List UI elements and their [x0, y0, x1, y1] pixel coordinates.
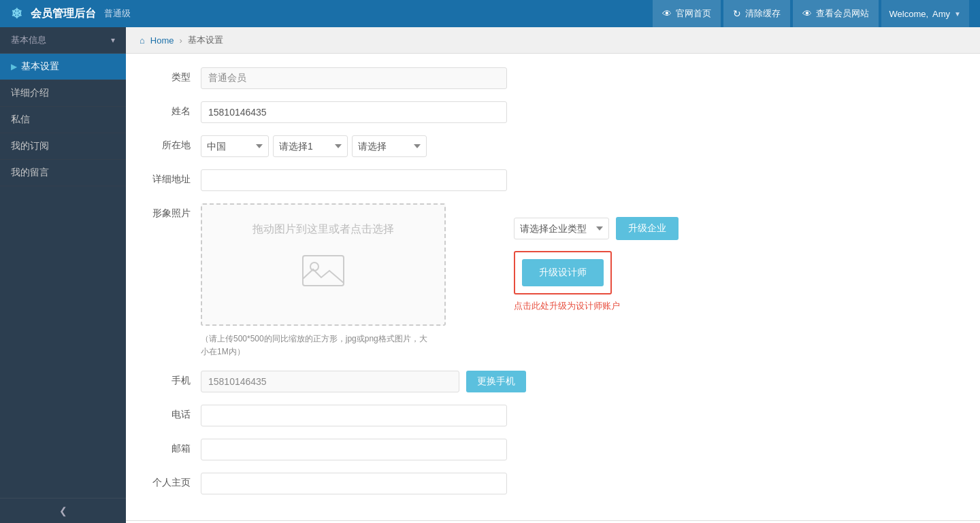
refresh-icon: ↻ — [733, 8, 741, 19]
logo-icon: ❄ — [11, 5, 22, 22]
location-selects: 中国 请选择1 请选择 — [201, 135, 427, 157]
sidebar-item-label: 我的订阅 — [11, 140, 49, 152]
view-member-site-btn[interactable]: 👁 查看会员网站 — [793, 0, 879, 27]
breadcrumb-separator: › — [180, 35, 182, 46]
tel-label: 电话 — [146, 405, 201, 421]
upgrade-designer-btn[interactable]: 升级设计师 — [522, 259, 604, 286]
collapse-icon: ❮ — [59, 505, 67, 516]
main-layout: 基本信息 ▾ ▶ 基本设置 详细介绍 私信 我的订阅 我的留言 ❮ ⌂ Home… — [0, 27, 980, 523]
app-branding: ❄ 会员管理后台 普通级 — [11, 5, 131, 22]
active-indicator-icon: ▶ — [11, 62, 17, 71]
phone-input — [201, 371, 459, 392]
sidebar-section-header: 基本信息 ▾ — [0, 27, 126, 54]
address-input[interactable] — [201, 169, 507, 191]
form-row-photo: 形象照片 拖动图片到这里或者点击选择 — [146, 203, 960, 358]
home-icon: ⌂ — [140, 35, 145, 46]
photo-upload-column: 拖动图片到这里或者点击选择 （请上传500*500的同比缩放的正方形，jpg或p… — [201, 203, 446, 358]
email-label: 邮箱 — [146, 439, 201, 455]
sidebar-item-label: 我的留言 — [11, 167, 49, 179]
form-row-tel: 电话 — [146, 405, 960, 426]
upgrade-enterprise-btn[interactable]: 升级企业 — [616, 217, 679, 240]
breadcrumb: ⌂ Home › 基本设置 — [126, 27, 980, 54]
form-container: 类型 姓名 所在地 中国 请选择1 请选择 — [126, 54, 980, 520]
tel-input[interactable] — [201, 405, 507, 426]
city-select[interactable]: 请选择 — [352, 135, 427, 157]
upload-hint-text: （请上传500*500的同比缩放的正方形，jpg或png格式图片，大小在1M内） — [201, 333, 432, 358]
name-input[interactable] — [201, 101, 507, 123]
form-row-phone: 手机 更换手机 — [146, 371, 960, 392]
sidebar-item-messages[interactable]: 私信 — [0, 107, 126, 133]
form-row-email: 邮箱 — [146, 439, 960, 460]
sidebar-collapse-btn[interactable]: ❮ — [0, 498, 126, 523]
phone-row: 更换手机 — [201, 371, 526, 392]
province-select[interactable]: 请选择1 — [273, 135, 348, 157]
username-text: Amy — [932, 9, 950, 19]
app-level: 普通级 — [104, 7, 131, 20]
email-input[interactable] — [201, 439, 507, 460]
upload-placeholder-text: 拖动图片到这里或者点击选择 — [252, 222, 394, 237]
top-nav-actions: 👁 官网首页 ↻ 清除缓存 👁 查看会员网站 Welcome, Amy ▼ — [653, 0, 969, 27]
svg-point-1 — [310, 263, 318, 271]
form-row-location: 所在地 中国 请选择1 请选择 — [146, 135, 960, 157]
sidebar-section-label: 基本信息 — [11, 34, 46, 46]
welcome-text: Welcome, — [889, 9, 929, 19]
form-row-address: 详细地址 — [146, 169, 960, 191]
image-placeholder-icon — [299, 250, 347, 301]
welcome-area[interactable]: Welcome, Amy ▼ — [881, 0, 969, 27]
clear-cache-btn[interactable]: ↻ 清除缓存 — [723, 0, 790, 27]
upgrade-designer-wrapper: 升级设计师 — [514, 251, 612, 294]
dropdown-arrow-icon: ▼ — [954, 10, 961, 18]
sidebar-item-detail-intro[interactable]: 详细介绍 — [0, 80, 126, 107]
change-phone-btn[interactable]: 更换手机 — [466, 371, 526, 392]
upgrade-section: 请选择企业类型 升级企业 升级设计师 点击此处升级为设计师账户 — [514, 217, 679, 312]
top-nav: ❄ 会员管理后台 普通级 👁 官网首页 ↻ 清除缓存 👁 查看会员网站 Welc… — [0, 0, 980, 27]
address-label: 详细地址 — [146, 169, 201, 186]
sidebar-item-subscriptions[interactable]: 我的订阅 — [0, 133, 126, 160]
sidebar-item-label: 私信 — [11, 114, 30, 126]
sidebar: 基本信息 ▾ ▶ 基本设置 详细介绍 私信 我的订阅 我的留言 ❮ — [0, 27, 126, 523]
content-area: ⌂ Home › 基本设置 类型 姓名 所在地 中国 — [126, 27, 980, 523]
svg-rect-0 — [303, 256, 344, 286]
upgrade-designer-hint: 点击此处升级为设计师账户 — [514, 300, 620, 312]
photo-label: 形象照片 — [146, 203, 201, 220]
type-input — [201, 67, 507, 89]
sidebar-item-comments[interactable]: 我的留言 — [0, 160, 126, 186]
sidebar-item-basic-settings[interactable]: ▶ 基本设置 — [0, 54, 126, 80]
sidebar-item-label: 详细介绍 — [11, 87, 49, 99]
sidebar-item-label: 基本设置 — [21, 61, 59, 73]
eye-icon: 👁 — [662, 8, 672, 19]
eye2-icon: 👁 — [802, 8, 812, 19]
footer: 世界人居网 管理后台 — [126, 520, 980, 523]
official-site-btn[interactable]: 👁 官网首页 — [653, 0, 721, 27]
homepage-input[interactable] — [201, 473, 507, 494]
sidebar-chevron-icon: ▾ — [111, 35, 115, 45]
app-title: 会员管理后台 — [31, 7, 96, 21]
breadcrumb-current: 基本设置 — [188, 34, 223, 46]
form-row-name: 姓名 — [146, 101, 960, 123]
type-label: 类型 — [146, 67, 201, 84]
phone-label: 手机 — [146, 371, 201, 387]
form-row-homepage: 个人主页 — [146, 473, 960, 494]
name-label: 姓名 — [146, 101, 201, 118]
photo-and-upgrade: 拖动图片到这里或者点击选择 （请上传500*500的同比缩放的正方形，jpg或p… — [201, 203, 679, 358]
enterprise-type-select[interactable]: 请选择企业类型 — [514, 218, 609, 239]
homepage-label: 个人主页 — [146, 473, 201, 489]
location-label: 所在地 — [146, 135, 201, 152]
image-upload-area[interactable]: 拖动图片到这里或者点击选择 — [201, 203, 446, 326]
upgrade-enterprise-row: 请选择企业类型 升级企业 — [514, 217, 679, 240]
form-row-type: 类型 — [146, 67, 960, 89]
country-select[interactable]: 中国 — [201, 135, 269, 157]
breadcrumb-home-link[interactable]: Home — [150, 35, 174, 46]
